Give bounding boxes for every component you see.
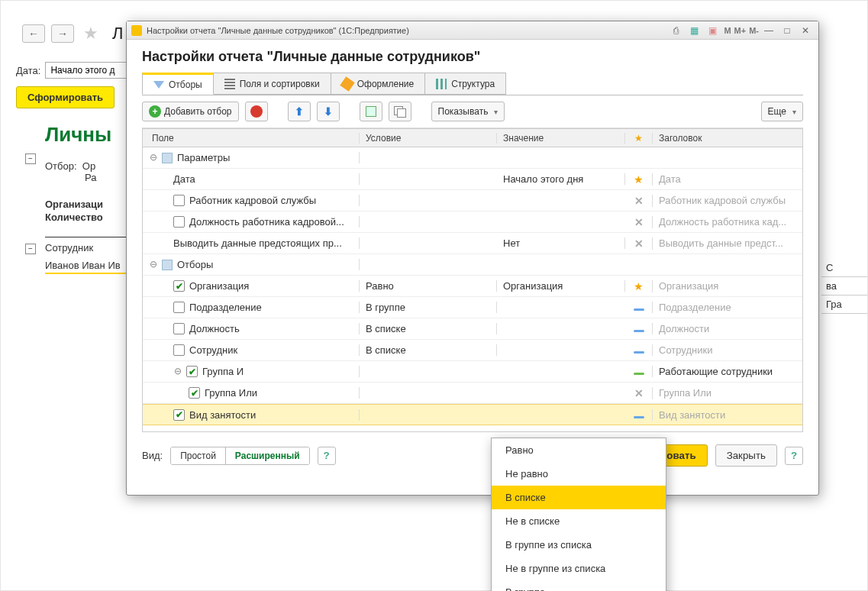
row-department[interactable]: Подразделение В группе Подразделение (143, 297, 802, 318)
help-button-2[interactable]: ? (785, 447, 803, 465)
checkbox[interactable] (173, 409, 185, 421)
collapse-icon[interactable]: ⊖ (173, 367, 182, 376)
dialog-titlebar[interactable]: Настройки отчета "Личные данные сотрудни… (127, 21, 818, 40)
move-down-button[interactable]: ⬇ (317, 102, 340, 121)
col-condition[interactable]: Условие (360, 133, 497, 144)
x-icon[interactable]: ✕ (634, 195, 644, 207)
dash-icon[interactable] (634, 308, 644, 311)
report-settings-dialog: Настройки отчета "Личные данные сотрудни… (126, 21, 819, 496)
checkbox[interactable] (186, 366, 198, 377)
plus-icon: + (149, 105, 161, 118)
x-icon[interactable]: ✕ (634, 387, 644, 399)
maximize-icon[interactable]: □ (779, 24, 795, 37)
row-date[interactable]: Дата Начало этого дня ★ Дата (143, 169, 802, 190)
nav-back-button[interactable]: ← (22, 24, 45, 43)
delete-button[interactable] (245, 102, 268, 121)
view-label: Вид: (142, 450, 163, 461)
copy-button[interactable] (389, 102, 411, 121)
row-group-or[interactable]: Группа Или ✕ Группа Или (143, 383, 802, 404)
show-dropdown[interactable]: Показывать▾ (431, 102, 505, 121)
row-hr-position[interactable]: Должность работника кадровой... ✕ Должно… (143, 212, 802, 233)
checkbox[interactable] (173, 195, 185, 206)
cell-field: Должность (189, 323, 240, 334)
row-position[interactable]: Должность В списке Должности (143, 318, 802, 340)
employee-row[interactable]: Иванов Иван Ив (45, 260, 137, 274)
dd-item-ingrouplist[interactable]: В группе из списка (492, 533, 666, 557)
cell-cond: Равно (360, 280, 497, 292)
cell-title: Выводить данные предст... (653, 237, 802, 249)
checkbox[interactable] (173, 323, 185, 334)
collapse-icon[interactable]: ⊖ (149, 260, 157, 269)
row-hr-employee[interactable]: Работник кадровой службы ✕ Работник кадр… (143, 190, 802, 212)
view-advanced-button[interactable]: Расширенный (225, 447, 309, 464)
check-button[interactable] (360, 102, 382, 121)
page-title: Л (112, 24, 123, 44)
move-up-button[interactable]: ⬆ (288, 102, 311, 121)
help-button[interactable]: ? (318, 447, 336, 465)
checkbox[interactable] (189, 387, 200, 399)
minimize-icon[interactable]: — (760, 24, 777, 37)
tab-structure[interactable]: Структура (424, 73, 506, 95)
row-group-and[interactable]: ⊖Группа И Работающие сотрудники (143, 361, 802, 383)
cell-field: Группа Или (205, 387, 257, 399)
nav-fwd-button[interactable]: → (51, 24, 74, 43)
cell-field: Работник кадровой службы (189, 195, 316, 206)
checkbox[interactable] (173, 344, 185, 356)
tab-fields[interactable]: Поля и сортировки (213, 73, 331, 95)
collapse-icon[interactable]: ⊖ (149, 153, 157, 162)
more-dropdown[interactable]: Еще▾ (761, 102, 803, 121)
close-icon[interactable]: ✕ (797, 24, 814, 37)
generate-button[interactable]: Сформировать (16, 86, 115, 108)
mem-m[interactable]: M (724, 26, 731, 35)
tree-collapse-1[interactable]: − (25, 153, 36, 164)
dd-item-ingroup[interactable]: В группе (492, 580, 666, 591)
row-organization[interactable]: Организация Равно Организация ★ Организа… (143, 276, 802, 297)
calendar-icon[interactable]: ▣ (704, 24, 721, 37)
cell-title: Дата (653, 173, 802, 185)
x-icon[interactable]: ✕ (634, 237, 644, 250)
star-icon[interactable]: ★ (634, 280, 644, 292)
date-input[interactable] (45, 62, 137, 79)
dash-icon[interactable] (634, 373, 644, 375)
view-simple-button[interactable]: Простой (171, 447, 225, 464)
cell-field: Организация (189, 280, 249, 292)
favorite-star-icon[interactable]: ★ (83, 24, 98, 44)
dd-item-notingrouplist[interactable]: Не в группе из списка (492, 557, 666, 580)
row-employee[interactable]: Сотрудник В списке Сотрудники (143, 340, 802, 361)
dd-item-eq[interactable]: Равно (492, 438, 666, 462)
tab-structure-label: Структура (451, 79, 495, 89)
group-filters[interactable]: ⊖Отборы (143, 254, 802, 276)
print-icon[interactable]: ⎙ (667, 24, 684, 37)
mem-mm[interactable]: M- (749, 26, 759, 35)
checkbox[interactable] (173, 280, 185, 292)
calc-icon[interactable]: ▦ (686, 24, 702, 37)
tab-appearance[interactable]: Оформление (331, 73, 425, 95)
cell-field: Сотрудник (189, 344, 237, 356)
dd-item-notinlist[interactable]: Не в списке (492, 509, 666, 533)
col-field[interactable]: Поле (143, 133, 360, 144)
dd-item-inlist[interactable]: В списке (492, 486, 666, 509)
x-icon[interactable]: ✕ (634, 216, 644, 228)
tab-fields-label: Поля и сортировки (240, 79, 320, 89)
checkbox[interactable] (173, 216, 185, 228)
star-icon[interactable]: ★ (634, 173, 644, 186)
tree-collapse-2[interactable]: − (25, 244, 36, 254)
mem-mp[interactable]: M+ (734, 26, 747, 35)
add-filter-button[interactable]: +Добавить отбор (142, 102, 239, 121)
dash-icon[interactable] (634, 330, 644, 332)
cell-field: Вид занятости (189, 409, 256, 421)
col-star[interactable]: ★ (625, 133, 653, 144)
dash-icon[interactable] (634, 416, 644, 418)
close-button[interactable]: Закрыть (715, 444, 777, 467)
dd-item-neq[interactable]: Не равно (492, 462, 666, 486)
group-parameters[interactable]: ⊖Параметры (143, 147, 802, 169)
row-employment-type[interactable]: Вид занятости Вид занятости (143, 404, 802, 425)
col-title[interactable]: Заголовок (653, 133, 802, 144)
report-heading: Личны (45, 123, 137, 147)
row-upcoming[interactable]: Выводить данные предстоящих пр... Нет ✕ … (143, 233, 802, 254)
tab-filters[interactable]: Отборы (142, 73, 214, 95)
cell-value: Начало этого дня (497, 173, 625, 185)
checkbox[interactable] (173, 302, 185, 313)
col-value[interactable]: Значение (497, 133, 625, 144)
dash-icon[interactable] (634, 351, 644, 354)
